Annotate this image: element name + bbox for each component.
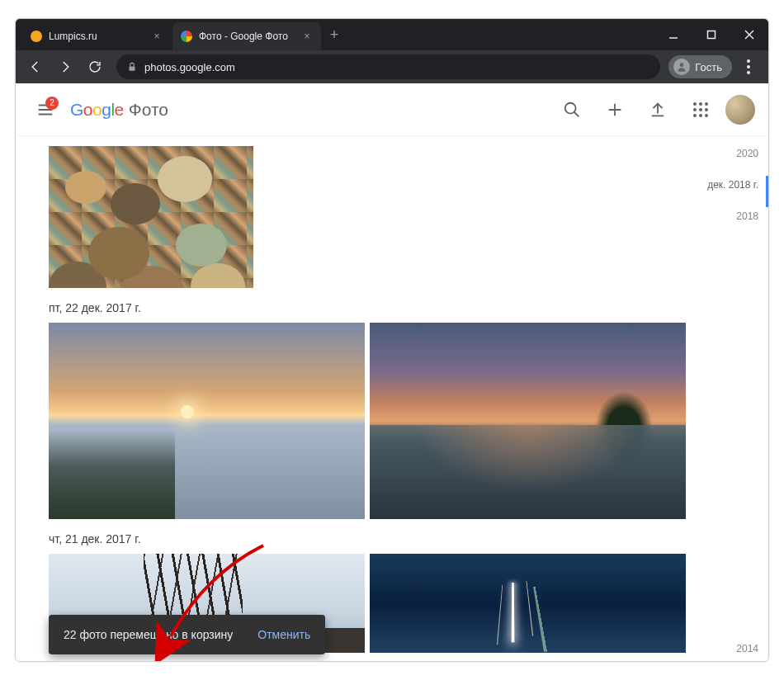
guest-label: Гость xyxy=(695,61,722,73)
plus-icon xyxy=(606,101,624,119)
toast-notification: 22 фото перемещено в корзину Отменить xyxy=(49,615,325,654)
tab-title: Lumpics.ru xyxy=(49,31,144,42)
profile-chip[interactable]: Гость xyxy=(668,55,732,78)
timeline-year[interactable]: 2020 xyxy=(702,144,768,176)
timeline-year-bottom[interactable]: 2014 xyxy=(736,643,758,654)
create-button[interactable] xyxy=(597,92,633,128)
tab-title: Фото - Google Фото xyxy=(199,31,295,42)
tab-lumpics[interactable]: Lumpics.ru × xyxy=(22,22,171,50)
svg-rect-1 xyxy=(708,31,716,39)
photo-thumbnail[interactable] xyxy=(370,323,686,519)
tab-google-photos[interactable]: Фото - Google Фото × xyxy=(172,22,321,50)
google-wordmark: Google xyxy=(70,100,124,120)
photo-group xyxy=(49,146,686,288)
photo-thumbnail[interactable] xyxy=(49,146,253,288)
apps-button[interactable] xyxy=(682,92,719,128)
app-logo[interactable]: Google Фото xyxy=(70,100,168,120)
date-label: пт, 22 дек. 2017 г. xyxy=(49,301,686,314)
svg-point-7 xyxy=(747,65,750,68)
guest-avatar-icon xyxy=(673,59,690,75)
svg-point-8 xyxy=(747,71,750,74)
hamburger-menu-button[interactable]: 2 xyxy=(29,93,62,126)
photo-group: пт, 22 дек. 2017 г. xyxy=(49,301,686,519)
timeline-scrubber[interactable]: 2020 дек. 2018 г. 2018 xyxy=(702,136,768,661)
undo-button[interactable]: Отменить xyxy=(257,628,310,641)
close-icon[interactable]: × xyxy=(301,31,313,42)
browser-window: Lumpics.ru × Фото - Google Фото × + phot… xyxy=(15,18,769,662)
svg-point-12 xyxy=(565,102,576,113)
header-actions xyxy=(554,92,755,128)
product-name: Фото xyxy=(129,100,168,120)
date-label: чт, 21 дек. 2017 г. xyxy=(49,532,686,545)
minimize-button[interactable] xyxy=(654,19,692,50)
upload-button[interactable] xyxy=(640,92,676,128)
notification-badge: 2 xyxy=(45,97,59,110)
timeline-current[interactable]: дек. 2018 г. xyxy=(702,176,768,207)
browser-menu-button[interactable] xyxy=(735,54,762,80)
close-window-button[interactable] xyxy=(730,19,768,50)
address-bar: photos.google.com Гость xyxy=(16,50,768,83)
favicon-google-photos xyxy=(181,31,192,42)
window-controls xyxy=(654,19,768,50)
favicon-lumpics xyxy=(31,31,42,42)
url-text: photos.google.com xyxy=(144,61,235,73)
maximize-button[interactable] xyxy=(692,19,730,50)
titlebar: Lumpics.ru × Фото - Google Фото × + xyxy=(16,19,768,50)
app-content: 2 Google Фото xyxy=(16,83,768,661)
timeline-year[interactable]: 2018 xyxy=(702,207,768,238)
photo-thumbnail[interactable] xyxy=(49,323,365,519)
reload-button[interactable] xyxy=(82,54,108,80)
app-header: 2 Google Фото xyxy=(16,83,768,136)
upload-icon xyxy=(649,101,667,119)
new-tab-button[interactable]: + xyxy=(323,23,346,46)
photo-body: пт, 22 дек. 2017 г. чт, 21 дек. 2017 г. … xyxy=(16,136,768,661)
svg-point-6 xyxy=(747,59,750,63)
url-input[interactable]: photos.google.com xyxy=(116,54,660,79)
close-icon[interactable]: × xyxy=(151,31,163,42)
forward-button[interactable] xyxy=(52,54,78,80)
svg-rect-4 xyxy=(130,66,135,70)
svg-line-13 xyxy=(574,111,579,116)
tab-strip: Lumpics.ru × Фото - Google Фото × + xyxy=(16,19,654,50)
back-button[interactable] xyxy=(22,54,49,80)
svg-point-5 xyxy=(680,63,684,67)
search-button[interactable] xyxy=(554,92,590,128)
photo-thumbnail[interactable] xyxy=(370,554,686,653)
photo-grid[interactable]: пт, 22 дек. 2017 г. чт, 21 дек. 2017 г. xyxy=(16,136,702,661)
toast-message: 22 фото перемещено в корзину xyxy=(64,628,233,641)
search-icon xyxy=(563,101,581,119)
lock-icon xyxy=(126,61,138,73)
apps-grid-icon xyxy=(693,102,708,117)
account-avatar[interactable] xyxy=(725,95,755,125)
